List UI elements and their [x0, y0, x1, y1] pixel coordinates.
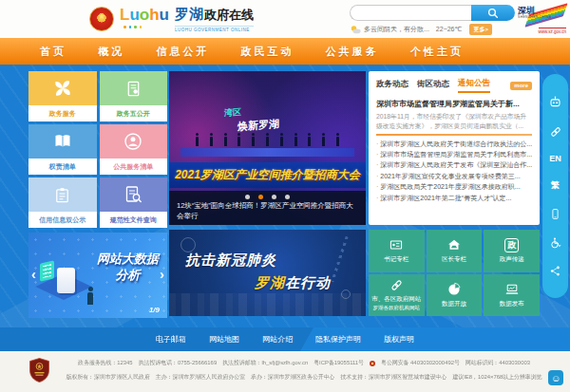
- covid-banner[interactable]: 抗击新冠肺炎 罗湖在行动: [169, 230, 366, 316]
- site-title[interactable]: 罗湖 政府在线 LUOHU GOVERNMENT ONLINE: [175, 6, 254, 32]
- search-icon: [487, 8, 499, 19]
- search-button[interactable]: [471, 5, 515, 21]
- carousel-dot-active[interactable]: [258, 195, 263, 199]
- undertaker: 承办：深圳市罗湖区政务公开中心: [251, 373, 334, 382]
- site-logo[interactable]: Luohu: [120, 7, 169, 23]
- site-title-cn: 罗湖: [175, 6, 203, 24]
- traditional-chinese-toggle[interactable]: 繁: [551, 179, 560, 192]
- nav-item-interaction[interactable]: 政民互动: [241, 45, 294, 59]
- orange-divider: [376, 134, 532, 136]
- news-list-item[interactable]: 深圳市罗湖区人民政府关于发布《深圳至深汕合作...: [376, 159, 532, 170]
- news-list-item[interactable]: 深圳市罗湖区人民政府关于街道综合行政执法的公...: [376, 139, 532, 149]
- tile-credit-publicity[interactable]: 信用信息双公示: [28, 177, 97, 228]
- share-icon[interactable]: [549, 265, 561, 277]
- footer-link-copyright[interactable]: 版权声明: [384, 334, 414, 345]
- complaint-tel: 执法投诉电话：0755-25666169: [139, 359, 218, 367]
- tile-secretary-column[interactable]: 书记专栏: [369, 230, 425, 272]
- public-security-badge-icon: [370, 361, 375, 366]
- shenzhen-en: SHENZHEN CHINA: [518, 15, 551, 19]
- tech-support: 技术支持：深圳市罗湖区智慧城市建设中心: [340, 373, 446, 382]
- tile-data-release[interactable]: 数据发布: [484, 274, 540, 317]
- molecule-icon: [341, 289, 351, 299]
- footer-line-1: 政务服务热线：12345 执法投诉电话：0755-25666169 执法投诉邮箱…: [78, 359, 530, 367]
- tile-open-data[interactable]: 数据开放: [427, 274, 483, 317]
- news-carousel[interactable]: 湾区 焕新罗湖 2021罗湖区产业空间推介暨招商大会 12块“宝地”面向全球招商…: [169, 71, 366, 225]
- carousel-dot[interactable]: [245, 195, 250, 199]
- nav-item-overview[interactable]: 概况: [98, 45, 124, 59]
- news-list-item[interactable]: 深圳市市场监督管理局罗湖监管局关于利民利惠市...: [376, 149, 532, 159]
- slide-banner-text: 2021罗湖区产业空间推介暨招商大会: [175, 167, 360, 183]
- tile-label: 市、各区政府网站: [371, 295, 421, 304]
- green-tiles: 书记专栏 区长专栏 政 政声传递 市、各区政府网站 罗湖各政府机构网站 数据开放: [369, 230, 540, 316]
- tile-power-list[interactable]: 权责清单: [28, 124, 97, 175]
- news-list-item[interactable]: 深圳市罗湖区2021年第二批“菁英人才”认定...: [376, 193, 532, 203]
- footer-link-email[interactable]: 电子邮箱: [156, 334, 186, 345]
- open-book-icon: [53, 132, 72, 151]
- tile-gov-voice[interactable]: 政 政声传递: [484, 230, 540, 272]
- tile-label: 规范性文件查询: [100, 212, 168, 228]
- tile-gov-websites[interactable]: 市、各区政府网站 罗湖各政府机构网站: [369, 274, 425, 317]
- feedback-smiley-button[interactable]: ☺: [548, 370, 563, 385]
- nav-item-home[interactable]: 首页: [40, 45, 66, 59]
- news-list-item[interactable]: 2021年罗湖区宣传文化事业发展专项经费第三...: [376, 171, 532, 181]
- nav-item-info-disclosure[interactable]: 信息公开: [156, 45, 209, 59]
- footer-link-privacy[interactable]: 隐私保护声明: [315, 334, 361, 345]
- tile-label: 信用信息双公示: [28, 212, 97, 228]
- search-input[interactable]: [350, 5, 471, 21]
- stage-led-screen: [180, 148, 354, 157]
- weather-desc: 多云间阴天，有分散...: [364, 25, 429, 34]
- zheng-character-icon: 政: [504, 238, 519, 252]
- tile-mayor-column[interactable]: 区长专栏: [427, 230, 483, 272]
- nav-item-personal-home[interactable]: 个性主页: [410, 45, 464, 59]
- copyright-owner: 版权所有：深圳市罗湖区人民政府: [66, 373, 149, 382]
- tile-public-service-list[interactable]: 公共服务清单: [100, 124, 168, 175]
- carousel-dot[interactable]: [285, 195, 290, 199]
- logo-letter: u: [160, 6, 169, 24]
- national-emblem-icon: [89, 7, 114, 31]
- molecule-icon: [180, 237, 196, 252]
- carousel-caption[interactable]: 12块“宝地”面向全球招商！罗湖区产业空间推介暨招商大会举行: [177, 201, 358, 221]
- organizer: 主办：深圳市罗湖区人民政府办公室: [156, 373, 245, 382]
- covid-line1: 抗击新冠肺炎: [185, 252, 276, 270]
- footer-link-about[interactable]: 网站介绍: [262, 334, 293, 345]
- psb-number[interactable]: 粤公网安备 44030302000492号: [381, 359, 460, 367]
- tab-gov-news[interactable]: 政务动态: [376, 79, 408, 92]
- tile-gov-services[interactable]: 政务服务: [28, 71, 97, 121]
- site-footer: 政务服务热线：12345 执法投诉电话：0755-25666169 执法投诉邮箱…: [0, 351, 570, 392]
- tile-label-2: 罗湖各政府机构网站: [373, 305, 421, 311]
- chevron-left-icon[interactable]: ‹: [31, 267, 36, 281]
- more-button[interactable]: more: [510, 82, 532, 90]
- english-toggle[interactable]: EN: [549, 154, 561, 163]
- site-title-en: LUOHU GOVERNMENT ONLINE: [175, 26, 254, 32]
- chevron-right-icon[interactable]: ›: [160, 267, 164, 281]
- accessibility-icon[interactable]: [549, 236, 562, 250]
- carousel-dot[interactable]: [272, 195, 276, 199]
- news-tabs: 政务动态 街区动态 通知公告 more: [376, 78, 532, 93]
- related-links-icon[interactable]: [549, 125, 562, 139]
- gov-site-shield-badge[interactable]: [29, 358, 49, 383]
- nav-item-public-service[interactable]: 公共服务: [326, 45, 379, 59]
- logo-letter: L: [120, 6, 129, 24]
- tab-district-news[interactable]: 街区动态: [417, 79, 449, 92]
- logo-dots: [124, 26, 142, 28]
- tile-label: 数据开放: [442, 300, 466, 308]
- bigdata-banner[interactable]: 网站大数据 分析 ‹ › 1/9: [28, 233, 167, 318]
- footer-link-sitemap[interactable]: 网站地图: [209, 334, 239, 345]
- mobile-version-icon[interactable]: [549, 208, 561, 220]
- bigdata-title-line1: 网站大数据: [97, 251, 159, 267]
- shenzhen-gov-logo[interactable]: 深圳 SHENZHEN CHINA www.sz.gov.cn: [516, 3, 567, 35]
- tile-regulatory-docs-search[interactable]: 规范性文件查询: [100, 177, 168, 228]
- tile-five-disclosures[interactable]: 政务五公开: [100, 71, 168, 121]
- tile-label: 区长专栏: [442, 255, 466, 264]
- footer-text: 政务服务热线：12345 执法投诉电话：0755-25666169 执法投诉邮箱…: [65, 359, 543, 382]
- slide-banner: 2021罗湖区产业空间推介暨招商大会: [169, 162, 366, 188]
- weather-temp: 22~26℃: [436, 26, 463, 33]
- news-list-item[interactable]: 罗湖区民政局关于2021年度罗湖区承接政府职...: [376, 181, 532, 192]
- tab-notices[interactable]: 通知公告: [458, 78, 490, 93]
- weather-more-link[interactable]: 更多>: [469, 24, 492, 35]
- weather-icon: [350, 25, 361, 34]
- laptop-chart-icon: [504, 282, 520, 297]
- icp-number[interactable]: 粤ICP备19055111号: [314, 359, 364, 367]
- service-robot-icon[interactable]: [548, 95, 562, 109]
- featured-news-title[interactable]: 深圳市市场监督管理局罗湖监管局关于新...: [376, 99, 532, 109]
